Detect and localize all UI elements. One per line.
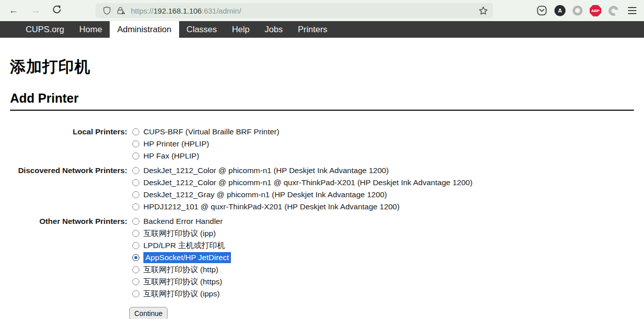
url-host: 192.168.1.106 <box>153 7 202 15</box>
radio-icon[interactable] <box>132 128 139 135</box>
form-group-row: Other Network Printers:Backend Error Han… <box>10 215 472 302</box>
radio-option-label[interactable]: 互联网打印协议 (http) <box>143 265 218 275</box>
group-options: CUPS-BRF (Virtual Braille BRF Printer)HP… <box>132 126 472 165</box>
browser-toolbar: ← → https://192.168.1.106:631/admin/ <box>0 0 644 21</box>
radio-icon[interactable] <box>132 191 139 198</box>
nav-item-cups-org[interactable]: CUPS.org <box>18 21 72 38</box>
radio-option[interactable]: Backend Error Handler <box>132 215 472 227</box>
radio-icon[interactable] <box>132 167 139 174</box>
group-options: DeskJet_1212_Color @ phicomm-n1 (HP Desk… <box>132 165 472 215</box>
radio-option[interactable]: HP Printer (HPLIP) <box>132 138 472 150</box>
group-label: Other Network Printers: <box>10 215 132 302</box>
forward-button[interactable]: → <box>30 5 41 17</box>
radio-option[interactable]: 互联网打印协议 (https) <box>132 276 472 288</box>
radio-option-label[interactable]: HP Printer (HPLIP) <box>143 139 209 148</box>
radio-icon[interactable] <box>132 230 139 237</box>
page-content: 添加打印机 Add Printer Local Printers:CUPS-BR… <box>0 56 644 319</box>
browser-nav-buttons: ← → <box>0 5 63 17</box>
radio-icon[interactable] <box>132 218 139 225</box>
url-path: :631/admin/ <box>202 7 241 15</box>
radio-option[interactable]: DeskJet_1212_Color @ phicomm-n1 (HP Desk… <box>132 165 472 177</box>
lock-warning-icon[interactable] <box>116 6 126 15</box>
radio-option-label[interactable]: LPD/LPR 主机或打印机 <box>143 241 225 251</box>
url-text[interactable]: https://192.168.1.106:631/admin/ <box>131 7 241 15</box>
nav-item-administration[interactable]: Administration <box>110 21 179 38</box>
page-title-zh: 添加打印机 <box>10 56 634 77</box>
group-label: Local Printers: <box>10 126 132 165</box>
radio-option-label[interactable]: 互联网打印协议 (https) <box>143 277 222 287</box>
extension-swirl-icon[interactable] <box>608 6 619 16</box>
nav-item-home[interactable]: Home <box>72 21 110 38</box>
nav-item-help[interactable]: Help <box>224 21 257 38</box>
radio-selected-icon[interactable] <box>132 254 139 261</box>
radio-option[interactable]: DeskJet_1212_Gray @ phicomm-n1 (HP Deskj… <box>132 189 472 201</box>
radio-option-label[interactable]: HP Fax (HPLIP) <box>143 151 199 161</box>
printer-form-table: Local Printers:CUPS-BRF (Virtual Braille… <box>10 126 472 302</box>
radio-option-label[interactable]: DeskJet_1212_Color @ phicomm-n1 (HP Desk… <box>143 166 389 175</box>
menu-icon[interactable] <box>628 7 636 14</box>
radio-option[interactable]: 互联网打印协议 (ipps) <box>132 288 472 300</box>
adblock-plus-icon[interactable]: ABP <box>590 5 601 17</box>
continue-button[interactable]: Continue <box>129 307 168 319</box>
nav-item-jobs[interactable]: Jobs <box>257 21 290 38</box>
cups-nav: CUPS.orgHomeAdministrationClassesHelpJob… <box>0 21 644 38</box>
form-group-row: Discovered Network Printers:DeskJet_1212… <box>10 165 472 215</box>
bookmark-star-icon[interactable] <box>478 6 488 16</box>
radio-option[interactable]: HP Fax (HPLIP) <box>132 150 472 162</box>
back-button[interactable]: ← <box>8 5 19 17</box>
radio-option[interactable]: HPDJ1212_101 @ quxr-ThinkPad-X201 (HP De… <box>132 201 472 213</box>
radio-option-label[interactable]: 互联网打印协议 (ipps) <box>143 289 220 299</box>
nav-item-classes[interactable]: Classes <box>179 21 224 38</box>
radio-option-label[interactable]: CUPS-BRF (Virtual Braille BRF Printer) <box>143 127 279 136</box>
radio-icon[interactable] <box>132 242 139 249</box>
radio-option[interactable]: AppSocket/HP JetDirect <box>132 252 472 264</box>
extension-ring-icon[interactable] <box>573 6 583 16</box>
radio-option-label[interactable]: AppSocket/HP JetDirect <box>143 252 231 263</box>
radio-option-label[interactable]: HPDJ1212_101 @ quxr-ThinkPad-X201 (HP De… <box>143 202 399 211</box>
url-scheme: https:// <box>131 7 153 15</box>
radio-icon[interactable] <box>132 203 139 210</box>
printer-form-body: Local Printers:CUPS-BRF (Virtual Braille… <box>10 126 472 302</box>
radio-option-label[interactable]: DeskJet_1212_Color @ phicomm-n1 @ quxr-T… <box>143 178 472 187</box>
group-label: Discovered Network Printers: <box>10 165 132 215</box>
a-extension-icon[interactable]: A <box>554 5 566 16</box>
radio-option[interactable]: 互联网打印协议 (ipp) <box>132 227 472 240</box>
radio-icon[interactable] <box>132 290 139 297</box>
url-bar[interactable]: https://192.168.1.106:631/admin/ <box>96 3 493 18</box>
radio-option[interactable]: DeskJet_1212_Color @ phicomm-n1 @ quxr-T… <box>132 177 472 189</box>
reload-icon <box>52 5 61 14</box>
nav-item-printers[interactable]: Printers <box>290 21 335 38</box>
pocket-icon[interactable] <box>536 5 547 16</box>
radio-icon[interactable] <box>132 179 139 186</box>
radio-option-label[interactable]: Backend Error Handler <box>143 217 223 226</box>
radio-icon[interactable] <box>132 266 139 273</box>
radio-option[interactable]: CUPS-BRF (Virtual Braille BRF Printer) <box>132 126 472 138</box>
radio-icon[interactable] <box>132 152 139 160</box>
page-title-en: Add Printer <box>10 91 634 111</box>
radio-icon[interactable] <box>132 140 139 147</box>
radio-icon[interactable] <box>132 278 139 285</box>
radio-option[interactable]: LPD/LPR 主机或打印机 <box>132 240 472 252</box>
radio-option[interactable]: 互联网打印协议 (http) <box>132 264 472 276</box>
radio-option-label[interactable]: 互联网打印协议 (ipp) <box>143 228 216 239</box>
radio-option-label[interactable]: DeskJet_1212_Gray @ phicomm-n1 (HP Deskj… <box>143 190 387 199</box>
reload-button[interactable] <box>52 5 63 17</box>
form-group-row: Local Printers:CUPS-BRF (Virtual Braille… <box>10 126 472 165</box>
extension-icons: A ABP <box>536 5 636 17</box>
group-options: Backend Error Handler互联网打印协议 (ipp)LPD/LP… <box>132 215 472 302</box>
shield-icon[interactable] <box>103 6 111 15</box>
